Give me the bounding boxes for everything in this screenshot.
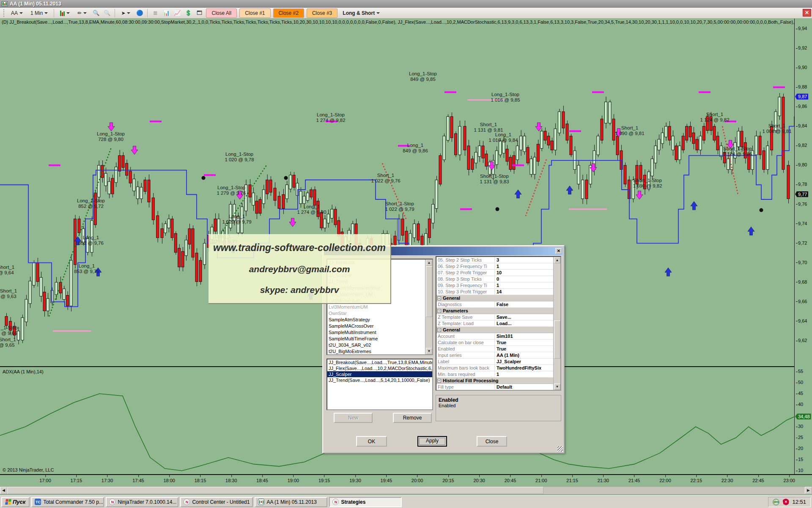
taskbar-button[interactable]: NStrategies — [329, 497, 402, 507]
time-tick-label: 20:00 — [411, 478, 423, 483]
property-row[interactable]: EnabledTrue — [436, 346, 560, 352]
time-axis[interactable]: 17:0017:1517:3017:4518:0018:1518:3018:45… — [0, 474, 812, 487]
property-row[interactable]: 10. Step 3 Profit Trigger14 — [436, 289, 560, 295]
strategy-list-item[interactable]: Lvl3MomentumUM — [327, 304, 432, 310]
property-row[interactable]: Fill typeDefault — [436, 384, 560, 390]
ninjatrader-icon: N — [332, 499, 339, 505]
dialog-close-icon[interactable]: ✕ — [555, 248, 562, 254]
adx-tick-label: 30 — [796, 424, 803, 429]
price-tick-label: 9,82 — [796, 143, 807, 148]
property-section-header[interactable]: −Parameters — [436, 308, 560, 314]
ninjatrader-icon: N — [109, 499, 115, 505]
property-row[interactable]: 08. Step 3 Stop Ticks0 — [436, 276, 560, 282]
apply-button[interactable]: Apply — [417, 436, 447, 447]
instrument-selector[interactable]: AA — [8, 9, 26, 17]
price-axis[interactable]: 9,949,929,909,889,869,849,829,809,789,76… — [794, 19, 812, 474]
scrollbar-thumb[interactable] — [7, 487, 543, 494]
strategy-list-item[interactable]: SampleMultiTimeFrame — [327, 336, 432, 342]
strategy-list-item[interactable]: OwnStar — [327, 310, 432, 317]
drawing-tools-button[interactable]: ✏ — [74, 9, 90, 17]
property-row[interactable]: 09. Step 3 Frequency Ti1 — [436, 282, 560, 289]
adx-tick-label: 15 — [796, 457, 803, 462]
interval-selector[interactable]: 1 Min — [27, 9, 51, 17]
scroll-down-icon[interactable]: ▼ — [426, 348, 432, 354]
ok-button[interactable]: OK — [356, 436, 387, 447]
applied-strategy-item[interactable]: JJ_Trend(Save...,Load...,5,14,20,1,10000… — [327, 377, 432, 383]
close-window-icon[interactable]: ✕ — [803, 9, 811, 17]
property-row[interactable]: Z Template: LoadLoad... — [436, 320, 560, 327]
strategy-properties-grid[interactable]: 05. Step 2 Stop Ticks306. Step 2 Frequen… — [436, 256, 561, 391]
adx-tick-label: 10 — [796, 468, 803, 473]
cursor-tool-button[interactable]: ➤ — [118, 9, 133, 17]
property-row[interactable]: 05. Step 2 Stop Ticks3 — [436, 257, 560, 263]
taskbar-button[interactable]: NControl Center - Untitled1 — [180, 497, 253, 507]
toolbar-separator — [115, 9, 115, 17]
property-row[interactable]: Min. bars required1 — [436, 371, 560, 378]
taskbar-button[interactable]: NNinjaTrader 7.0.1000.14... — [106, 497, 178, 507]
chart-style-button[interactable] — [57, 9, 73, 17]
property-row[interactable]: Z Template SaveSave... — [436, 314, 560, 320]
property-row[interactable]: LabelJJ_Scalper — [436, 359, 560, 365]
horizontal-scrollbar[interactable]: ◀ ▶ — [0, 487, 812, 494]
chart-icon — [258, 499, 264, 505]
download-manager-tray-icon[interactable]: dm — [773, 499, 779, 505]
applied-strategy-item[interactable]: JJ_Breakout(Save...,Load...,True,13,8,EM… — [327, 359, 432, 365]
applied-strategies-list[interactable]: JJ_Breakout(Save...,Load...,True,13,8,EM… — [326, 359, 433, 410]
price-tick-label: 9,64 — [796, 318, 807, 323]
scroll-up-icon[interactable]: ▲ — [426, 260, 432, 266]
start-button[interactable]: Пуск — [1, 497, 30, 507]
scroll-left-icon[interactable]: ◀ — [0, 487, 7, 494]
zoom-in-button[interactable]: 🔍 — [91, 9, 101, 17]
resize-grip[interactable] — [557, 446, 563, 452]
property-section-header[interactable]: −Historical Fill Processing — [436, 378, 560, 384]
close-1-button[interactable]: Close #1 — [239, 8, 270, 18]
property-row[interactable]: Calculate on bar closeTrue — [436, 340, 560, 346]
close-2-button[interactable]: Close #2 — [273, 8, 304, 18]
copyright-text: © 2013 NinjaTrader, LLC — [3, 467, 54, 472]
new-button[interactable]: New — [334, 413, 373, 423]
scroll-up-icon[interactable]: ▲ — [554, 257, 560, 263]
title-bar[interactable]: AA (1 Min) 05.11.2013 — [0, 0, 812, 8]
line-chart-icon[interactable]: 📈 — [172, 9, 182, 17]
applied-strategy-item[interactable]: JJ_Flex(Save...,Load...,10,2,MACDorStoch… — [327, 365, 432, 371]
close-all-button[interactable]: Close All — [206, 8, 237, 18]
indicators-icon[interactable]: 📊 — [161, 9, 171, 17]
scroll-down-icon[interactable]: ▼ — [554, 384, 560, 390]
property-section-header[interactable]: −General — [436, 295, 560, 301]
time-tick-label: 17:30 — [102, 478, 113, 483]
close-3-button[interactable]: Close #3 — [307, 8, 337, 18]
strategy-list-item[interactable]: t2U_BigMoExtremes — [327, 348, 432, 355]
remove-button[interactable]: Remove — [393, 413, 432, 423]
strategy-list-item[interactable]: SampleMultiInstrument — [327, 329, 432, 336]
toolbar-separator — [147, 9, 148, 17]
property-row[interactable]: Maximum bars look backTwoHundredFiftySix — [436, 365, 560, 371]
toolbar-grip[interactable] — [3, 9, 5, 17]
taskbar-button[interactable]: TCTotal Commander 7.50 p... — [31, 497, 104, 507]
list-scrollbar[interactable]: ▲ ▼ — [425, 260, 432, 354]
strategy-list-item[interactable]: SampleMACrossOver — [327, 323, 432, 329]
security-alert-tray-icon[interactable]: ✕ — [782, 499, 789, 505]
crosshair-button[interactable]: 🔵 — [134, 9, 145, 17]
property-row[interactable]: DiagnosticsFalse — [436, 301, 560, 308]
position-mode-selector[interactable]: Long & Short — [340, 9, 383, 17]
property-row[interactable]: AccountSim101 — [436, 333, 560, 340]
scroll-right-icon[interactable]: ▶ — [805, 487, 812, 494]
grid-scrollbar[interactable]: ▲ ▼ — [553, 257, 560, 390]
taskbar-button[interactable]: AA (1 Min) 05.11.2013 — [255, 497, 327, 507]
panel-grid-icon[interactable]: 🗔 — [194, 9, 204, 17]
property-row[interactable]: 07. Step 2 Profit Trigger10 — [436, 270, 560, 276]
data-series-icon[interactable]: ≣ — [150, 9, 160, 17]
applied-strategy-item[interactable]: JJ_Scalper — [327, 371, 432, 377]
time-tick-label: 17:15 — [71, 478, 82, 483]
dollar-icon[interactable]: 💲 — [183, 9, 193, 17]
strategy-list-item[interactable]: t2U_EQ_PosTrader — [327, 355, 432, 355]
watermark-email: andreybbrv@gmail.com — [249, 264, 350, 274]
zoom-out-button[interactable]: 🔍 — [102, 9, 112, 17]
property-section-header[interactable]: −General — [436, 327, 560, 333]
close-button[interactable]: Close — [477, 436, 507, 447]
property-row[interactable]: Input seriesAA (1 Min) — [436, 352, 560, 359]
property-row[interactable]: 06. Step 2 Frequency Ti1 — [436, 263, 560, 270]
last-price-tag: 9,87 — [795, 94, 808, 99]
strategy-list-item[interactable]: SampleAtmStrategy — [327, 317, 432, 323]
strategy-list-item[interactable]: t2U_3034_SAR_v02 — [327, 342, 432, 348]
